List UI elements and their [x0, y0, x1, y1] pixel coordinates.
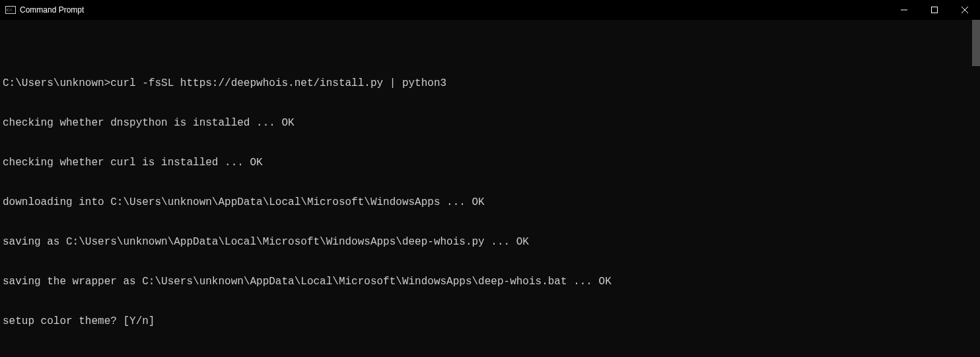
- close-button[interactable]: [950, 0, 980, 20]
- prompt-command: curl -fsSL https://deepwhois.net/install…: [110, 77, 446, 89]
- output-line: downloading into C:\Users\unknown\AppDat…: [3, 196, 977, 209]
- prompt-path: C:\Users\unknown>: [3, 77, 110, 89]
- output-line: checking whether dnspython is installed …: [3, 116, 977, 130]
- maximize-button[interactable]: [919, 0, 950, 20]
- terminal-area[interactable]: C:\Users\unknown>curl -fsSL https://deep…: [0, 20, 980, 357]
- titlebar: C:\ Command Prompt: [0, 0, 980, 20]
- output-line: checking whether curl is installed ... O…: [3, 156, 977, 169]
- cmd-icon: C:\: [5, 5, 16, 15]
- blank-line: [3, 354, 977, 357]
- svg-rect-3: [932, 7, 938, 13]
- svg-text:C:\: C:\: [7, 7, 13, 13]
- window-title: Command Prompt: [20, 5, 84, 15]
- output-line: saving as C:\Users\unknown\AppData\Local…: [3, 235, 977, 249]
- output-line: saving the wrapper as C:\Users\unknown\A…: [3, 275, 977, 288]
- minimize-button[interactable]: [889, 0, 919, 20]
- output-line: setup color theme? [Y/n]: [3, 315, 977, 328]
- prompt-line: C:\Users\unknown>curl -fsSL https://deep…: [3, 77, 977, 90]
- scrollbar-thumb[interactable]: [972, 20, 980, 66]
